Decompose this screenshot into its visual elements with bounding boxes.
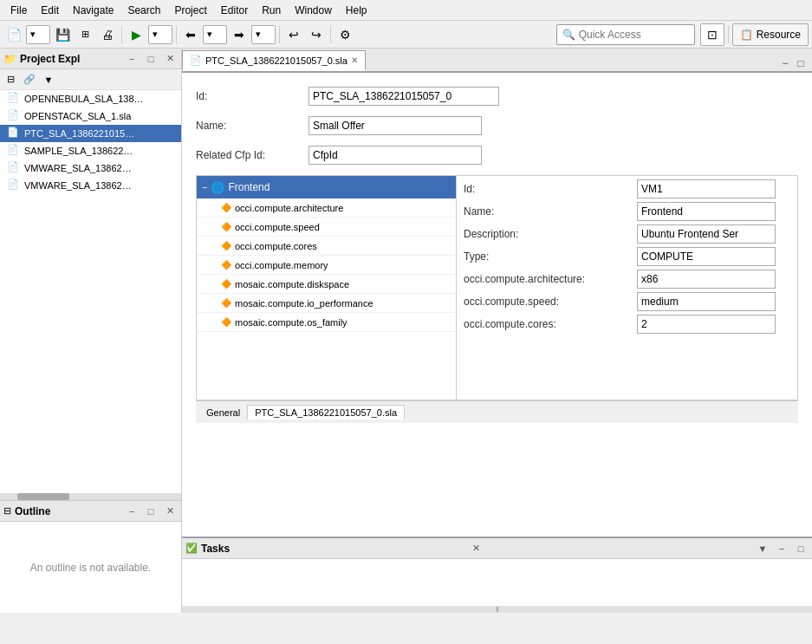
search-icon: 🔍 [562,29,575,41]
tree-child-label-6: mosaic.compute.os_family [235,317,348,328]
tree-child-label-1: occi.compute.speed [235,222,320,232]
close-project-btn[interactable]: ✕ [162,51,178,67]
proj-item-ptc[interactable]: 📄 PTC_SLA_1386221015… [0,125,181,142]
main-layout: 📁 Project Expl − □ ✕ ⊟ 🔗 ▼ 📄 OPENNEBULA_… [0,49,812,613]
detail-id-label: Id: [464,183,637,195]
detail-type-input[interactable] [637,247,776,266]
tasks-icon: ✅ [185,543,198,554]
minimize-editor-btn[interactable]: − [777,55,793,71]
tree-item-5[interactable]: 🔶 mosaic.compute.io_performance [197,294,456,313]
id-input[interactable] [309,87,499,106]
detail-type-label: Type: [464,250,637,263]
detail-row-type: Type: [464,247,790,266]
run-dropdown[interactable]: ▾ [148,25,172,44]
tree-item-6[interactable]: 🔶 mosaic.compute.os_family [197,313,456,332]
detail-panel: Id: Name: Description: Type: [457,176,797,400]
collapse-all-btn[interactable]: ⊟ [2,72,19,88]
detail-name-input[interactable] [637,202,776,221]
new-dropdown[interactable]: ▾ [26,25,50,44]
sep4 [330,26,331,43]
collapse-icon: − [202,182,207,192]
tree-node-icon-4: 🔶 [221,279,231,289]
run-button[interactable]: ▶ [126,24,146,45]
close-tasks-btn[interactable]: ✕ [469,541,484,556]
cfp-input[interactable] [309,146,482,165]
proj-item-sample[interactable]: 📄 SAMPLE_SLA_138622… [0,142,181,159]
settings-button[interactable]: ⚙ [335,24,355,45]
detail-row-arch: occi.compute.architecture: [464,270,790,289]
form-row-name: Name: [196,116,798,135]
print-button[interactable]: 🖨 [97,24,118,45]
link-editor-btn[interactable]: 🔗 [21,72,38,88]
detail-arch-input[interactable] [637,270,776,289]
tree-item-2[interactable]: 🔶 occi.compute.cores [197,237,456,256]
menu-window[interactable]: Window [288,3,339,18]
project-file-list: 📄 OPENNEBULA_SLA_138… 📄 OPENSTACK_SLA_1.… [0,90,181,493]
name-label: Name: [196,120,309,132]
project-scrollbar[interactable] [0,493,181,500]
name-input[interactable] [309,116,482,135]
editor-tab-ptc[interactable]: 📄 PTC_SLA_1386221015057_0.sla ✕ [182,50,366,71]
back-button[interactable]: ⬅ [180,24,201,45]
menu-file[interactable]: File [3,3,34,18]
redo-button[interactable]: ↪ [306,24,327,45]
bottom-resize-handle[interactable] [182,606,812,613]
save-all-button[interactable]: ⊞ [75,24,95,45]
tab-close-btn[interactable]: ✕ [351,55,358,65]
cfp-label: Related Cfp Id: [196,149,309,161]
detail-cores-input[interactable] [637,315,776,334]
menu-navigate[interactable]: Navigate [66,3,120,18]
tree-node-icon-6: 🔶 [221,317,231,327]
detail-id-input[interactable] [637,179,776,198]
outline-panel: ⊟ Outline − □ ✕ An outline is not availa… [0,500,181,613]
bottom-tab-general[interactable]: General [199,406,247,420]
tasks-content [182,559,812,606]
proj-item-openstack[interactable]: 📄 OPENSTACK_SLA_1.sla [0,107,181,125]
tree-item-1[interactable]: 🔶 occi.compute.speed [197,218,456,237]
resource-label: Resource [757,29,801,41]
project-scrollthumb[interactable] [17,493,69,500]
forward-dropdown[interactable]: ▾ [251,25,276,44]
tree-root-frontend[interactable]: − 🌐 Frontend [197,176,456,198]
undo-button[interactable]: ↩ [283,24,304,45]
file-icon-opennebula: 📄 [7,92,21,106]
close-outline-btn[interactable]: ✕ [162,504,178,519]
resource-button[interactable]: 📋 Resource [732,23,809,46]
proj-item-opennebula[interactable]: 📄 OPENNEBULA_SLA_138… [0,90,181,107]
quick-access-input[interactable] [579,29,674,41]
proj-item-vmware1[interactable]: 📄 VMWARE_SLA_13862… [0,159,181,177]
minimize-project-btn[interactable]: − [124,51,140,67]
tasks-down-btn[interactable]: ▼ [755,541,770,556]
menu-editor[interactable]: Editor [214,3,255,18]
menu-run[interactable]: Run [255,3,288,18]
tree-node-icon-0: 🔶 [221,203,231,212]
bottom-tab-sla[interactable]: PTC_SLA_1386221015057_0.sla [247,405,405,420]
tree-item-3[interactable]: 🔶 occi.compute.memory [197,256,456,275]
tree-child-label-0: occi.compute.architecture [235,203,343,213]
menu-edit[interactable]: Edit [34,3,66,18]
tree-child-label-4: mosaic.compute.diskspace [235,279,349,289]
menu-search[interactable]: Search [120,3,167,18]
tree-item-0[interactable]: 🔶 occi.compute.architecture [197,198,456,218]
maximize-tasks-btn[interactable]: □ [793,541,809,556]
perspective-button[interactable]: ⊡ [700,23,724,46]
minimize-tasks-btn[interactable]: − [774,541,789,556]
menu-project[interactable]: Project [167,3,213,18]
dropdown-btn[interactable]: ▼ [40,72,57,88]
minimize-outline-btn[interactable]: − [124,504,140,519]
maximize-project-btn[interactable]: □ [143,51,159,67]
proj-item-vmware2[interactable]: 📄 VMWARE_SLA_13862… [0,177,181,194]
forward-button[interactable]: ➡ [229,24,250,45]
tree-root-label: Frontend [228,181,270,193]
maximize-editor-btn[interactable]: □ [793,55,809,71]
detail-row-id: Id: [464,179,790,198]
maximize-outline-btn[interactable]: □ [143,504,159,519]
tree-item-4[interactable]: 🔶 mosaic.compute.diskspace [197,275,456,294]
detail-description-input[interactable] [637,224,776,244]
new-button[interactable]: 📄 [3,24,24,45]
detail-speed-input[interactable] [637,292,776,311]
back-dropdown[interactable]: ▾ [203,25,227,44]
save-button[interactable]: 💾 [52,24,73,45]
menu-help[interactable]: Help [339,3,374,18]
detail-row-description: Description: [464,224,790,244]
